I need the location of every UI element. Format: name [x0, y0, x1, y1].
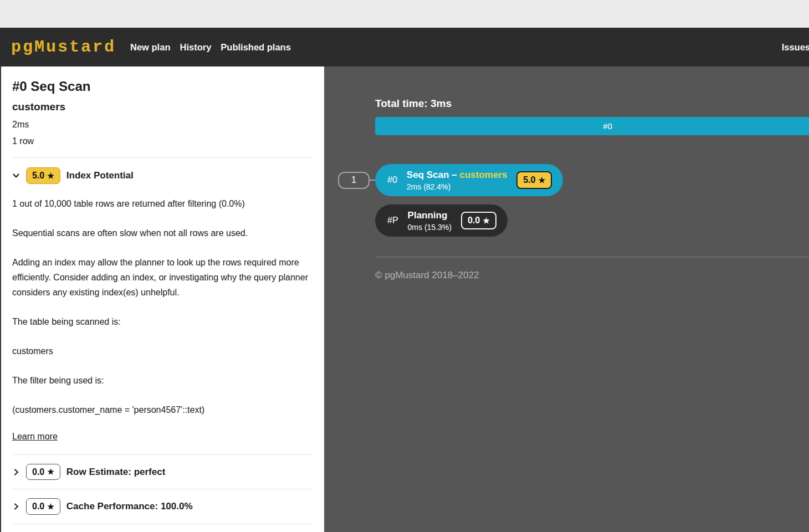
node-row-count: 1 row — [12, 136, 313, 146]
node-timing: 0ms (15.3%) — [408, 223, 452, 232]
section-header-index-potential[interactable]: 5.0 ★ Index Potential — [12, 167, 313, 184]
chevron-right-icon — [12, 503, 20, 510]
plan-tree: 1 #0 Seq Scan – customers 2ms (82.4%) 5.… — [375, 164, 809, 237]
tip-paragraph: Adding an index may allow the planner to… — [12, 255, 313, 300]
star-icon: ★ — [47, 171, 54, 181]
section-title: Cache Performance: 100.0% — [66, 501, 193, 512]
timeline-bar-label: #0 — [603, 121, 612, 131]
score-value: 0.0 — [32, 500, 44, 513]
index-potential-body: 1 out of 10,000 table rows are returned … — [12, 196, 313, 454]
chevron-right-icon — [12, 468, 20, 476]
chevron-down-icon — [12, 172, 20, 180]
pgmustard-logo[interactable]: pgMustard — [11, 38, 116, 57]
tree-connector-line — [370, 180, 375, 181]
plan-tree-panel: Total time: 3ms #0 1 #0 Seq Scan – custo… — [324, 66, 809, 532]
nav-item-issues[interactable]: Issues — [782, 42, 809, 52]
section-title: Row Estimate: perfect — [66, 467, 166, 478]
filter-expression: (customers.customer_name = 'person4567':… — [12, 402, 313, 417]
score-badge: 0.0 ★ — [26, 498, 60, 515]
plan-node-seq-scan[interactable]: #0 Seq Scan – customers 2ms (82.4%) 5.0 … — [375, 164, 563, 196]
star-icon: ★ — [47, 502, 54, 512]
total-time-label: Total time: 3ms — [375, 98, 809, 110]
score-badge: 5.0 ★ — [516, 171, 552, 189]
node-title: Planning — [408, 210, 452, 221]
node-body: Seq Scan – customers 2ms (82.4%) — [407, 170, 507, 191]
node-count-box[interactable]: 1 — [338, 172, 370, 189]
nav-right: Issues — [782, 42, 809, 53]
star-icon: ★ — [47, 467, 54, 477]
divider — [375, 257, 809, 257]
navbar: pgMustard New plan History Published pla… — [0, 28, 809, 66]
page-title: #0 Seq Scan — [12, 78, 313, 95]
tip-paragraph: The table being scanned is: — [12, 314, 313, 329]
nav-links: New plan History Published plans — [130, 42, 291, 53]
score-value: 5.0 — [32, 170, 44, 182]
node-time: 2ms — [12, 120, 313, 130]
score-badge: 0.0 ★ — [461, 212, 496, 229]
timeline-bar-node-0[interactable]: #0 — [375, 117, 809, 135]
node-id: #0 — [385, 175, 397, 185]
section-header-cache-performance[interactable]: 0.0 ★ Cache Performance: 100.0% — [12, 489, 313, 524]
scanned-table-name: customers — [12, 344, 313, 359]
star-icon: ★ — [538, 175, 545, 186]
tree-row-seq-scan: 1 #0 Seq Scan – customers 2ms (82.4%) 5.… — [338, 164, 809, 196]
node-body: Planning 0ms (15.3%) — [408, 210, 452, 232]
node-title: Seq Scan – customers — [407, 170, 507, 181]
score-value: 0.0 — [468, 214, 480, 227]
tip-paragraph: 1 out of 10,000 table rows are returned … — [12, 196, 313, 211]
tree-row-planning: #P Planning 0ms (15.3%) 0.0 ★ — [375, 196, 809, 237]
nav-item-published-plans[interactable]: Published plans — [221, 42, 291, 53]
main-content: #0 Seq Scan customers 2ms 1 row 5.0 ★ In… — [0, 66, 809, 532]
nav-item-history[interactable]: History — [180, 42, 211, 53]
score-badge: 5.0 ★ — [26, 167, 60, 184]
browser-chrome-strip — [0, 0, 809, 28]
section-title: Index Potential — [66, 170, 134, 181]
copyright-footer: © pgMustard 2018–2022 — [375, 270, 809, 281]
tip-paragraph: The filter being used is: — [12, 373, 313, 388]
node-id: #P — [385, 216, 398, 226]
node-timing: 2ms (82.4%) — [407, 182, 507, 191]
divider — [12, 157, 313, 158]
learn-more-link[interactable]: Learn more — [12, 432, 58, 442]
node-details-panel: #0 Seq Scan customers 2ms 1 row 5.0 ★ In… — [0, 66, 324, 532]
plan-node-planning[interactable]: #P Planning 0ms (15.3%) 0.0 ★ — [375, 204, 508, 237]
star-icon: ★ — [483, 216, 490, 226]
section-header-read-efficiency[interactable]: 0.0 ★ Read Efficiency — [12, 524, 313, 532]
nav-item-new-plan[interactable]: New plan — [130, 42, 170, 53]
score-value: 5.0 — [523, 174, 535, 186]
node-relation-name: customers — [12, 101, 313, 113]
node-relation: customers — [459, 170, 507, 180]
score-badge: 0.0 ★ — [26, 464, 60, 480]
section-header-row-estimate[interactable]: 0.0 ★ Row Estimate: perfect — [12, 454, 313, 489]
tip-paragraph: Sequential scans are often slow when not… — [12, 226, 313, 241]
score-value: 0.0 — [32, 466, 44, 478]
node-op: Seq Scan – — [407, 170, 457, 180]
